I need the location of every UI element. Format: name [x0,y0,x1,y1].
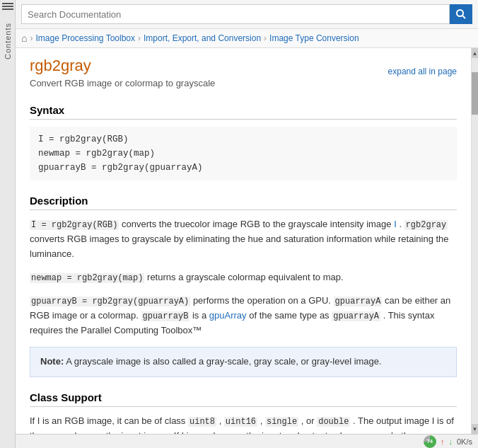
cs-text-4: , or [301,415,317,426]
progress-circle: 74 [424,435,436,448]
svg-line-1 [462,16,465,18]
description-section: Description I = rgb2gray(RGB) converts t… [30,195,457,377]
up-arrow-icon: ↑ [441,437,445,446]
class-support-para: If I is an RGB image, it can be of class… [30,414,457,434]
svg-point-0 [457,10,463,16]
breadcrumb-sep-2: › [264,33,267,43]
breadcrumb-link-0[interactable]: Image Processing Toolbox [35,33,135,43]
content-area: rgb2gray Convert RGB image or colormap t… [16,48,471,434]
desc-code-2c: gpuarrayB [141,311,190,321]
desc-link-2a[interactable]: gpuArray [209,310,247,321]
bottombar: 74 ↑ ↓ 0K/s [16,434,478,448]
cs-code-4: double [317,417,350,427]
syntax-section: Syntax I = rgb2gray(RGB) newmap = rgb2gr… [30,104,457,180]
scroll-up-button[interactable]: ▲ [472,48,479,58]
topbar [16,0,478,29]
cs-text-2: , [219,415,224,426]
breadcrumb-sep-0: › [30,33,33,43]
desc-text-0a: converts the truecolor image RGB to the … [122,219,394,229]
progress-value: 74 [427,439,433,444]
search-icon [455,8,467,20]
cs-code-2: uint16 [224,417,257,427]
note-label: Note: [40,356,64,367]
syntax-line-1: newmap = rgb2gray(map) [38,147,448,161]
breadcrumb-link-1[interactable]: Import, Export, and Conversion [144,33,261,43]
desc-para-2: gpuarrayB = rgb2gray(gpuarrayA) performs… [30,294,457,338]
down-arrow-icon: ↓ [448,437,453,446]
desc-para-0: I = rgb2gray(RGB) converts the truecolor… [30,217,457,262]
scroll-thumb[interactable] [472,72,479,115]
cs-code-3: single [265,417,298,427]
desc-code-2d: gpuarrayA [332,311,380,321]
syntax-section-title: Syntax [30,104,457,120]
syntax-line-0: I = rgb2gray(RGB) [38,132,448,147]
breadcrumb-link-2[interactable]: Image Type Conversion [269,33,359,43]
scroll-down-button[interactable]: ▼ [472,424,479,434]
description-section-title: Description [30,195,457,210]
desc-link-0a[interactable]: I [394,219,397,229]
page-subtitle: Convert RGB image or colormap to graysca… [30,78,215,88]
syntax-line-2: gpuarrayB = rgb2gray(gpuarrayA) [38,161,448,175]
main-panel: ⌂ › Image Processing Toolbox › Import, E… [16,0,478,448]
desc-code-0a: I = rgb2gray(RGB) [30,220,119,230]
desc-para-1: newmap = rgb2gray(map) returns a graysca… [30,270,457,285]
home-icon[interactable]: ⌂ [21,33,27,44]
desc-text-2c: is a [192,310,209,321]
contents-label: Contents [4,23,12,59]
note-box: Note: A grayscale image is also called a… [30,347,457,377]
desc-text-0b: . [399,219,404,229]
desc-text-0c: converts RGB images to grayscale by elim… [30,234,449,259]
sidebar: Contents [0,0,16,448]
desc-code-0b: rgb2gray [404,220,448,230]
syntax-code-block: I = rgb2gray(RGB) newmap = rgb2gray(map)… [30,127,457,180]
expand-all-link[interactable]: expand all in page [388,67,457,76]
desc-text-2d: of the same type as [249,310,332,321]
scrollbar: ▲ ▼ [471,48,478,434]
breadcrumb: ⌂ › Image Processing Toolbox › Import, E… [16,29,478,48]
breadcrumb-sep-1: › [138,33,141,43]
cs-text-3: , [260,415,265,426]
desc-code-1a: newmap = rgb2gray(map) [30,273,144,283]
class-support-section: Class Support If I is an RGB image, it c… [30,391,457,434]
desc-code-2a: gpuarrayB = rgb2gray(gpuarrayA) [30,297,190,306]
cs-code-1: uint8 [188,417,216,427]
desc-text-1a: returns a grayscale colormap equivalent … [147,272,343,282]
desc-text-2a: performs the operation on a GPU. [193,295,334,306]
scroll-track [472,58,479,424]
class-support-title: Class Support [30,391,457,407]
search-button[interactable] [450,4,472,24]
cs-text-1: If I is an RGB image, it can be of class [30,415,188,426]
speed-label: 0K/s [457,437,472,446]
desc-code-2b: gpuarrayA [334,297,383,306]
menu-icon[interactable] [2,3,13,11]
note-text: A grayscale image is also called a gray-… [66,356,382,367]
search-input[interactable] [21,4,450,24]
